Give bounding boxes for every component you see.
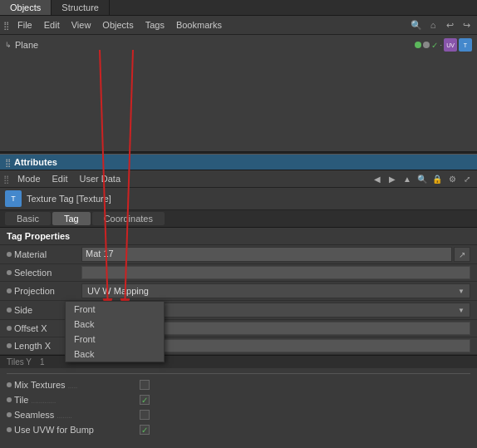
redo-icon[interactable]: ↪: [459, 17, 474, 32]
seamless-dots: ........: [57, 411, 71, 420]
objects-toolbar-right: 🔍 ⌂ ↩ ↪: [409, 17, 474, 32]
dropdown-item-front2[interactable]: Front: [66, 332, 164, 347]
prop-row-side: Side Front ▼ Front Back Front Back: [0, 301, 477, 320]
uvw-label: Use UVW for Bump: [7, 425, 140, 435]
selection-value: [81, 266, 470, 279]
texture-tag-label: Texture Tag [Texture]: [27, 194, 111, 204]
up-arrow-icon[interactable]: ▲: [401, 172, 414, 185]
mix-label: Mix Textures .....: [7, 380, 140, 390]
lock-icon[interactable]: 🔒: [430, 172, 444, 185]
selection-label: Selection: [7, 268, 81, 278]
material-label-text: Material: [14, 249, 47, 259]
material-value[interactable]: Mat 17: [81, 247, 452, 262]
objects-list: ↳ Plane ✓ · UV T: [0, 35, 477, 151]
projection-value: UV W Mapping: [87, 286, 149, 296]
attr-grid-icon2: ⣿: [3, 175, 9, 184]
selection-label-text: Selection: [14, 268, 52, 278]
objects-menu-bar: ⣿ File Edit View Objects Tags Bookmarks …: [0, 16, 477, 35]
menu-edit[interactable]: Edit: [39, 19, 65, 31]
lengthx-dot: [7, 343, 12, 348]
mix-dots: .....: [68, 381, 77, 390]
prop-row-selection: Selection: [0, 264, 477, 282]
tab-basic[interactable]: Basic: [5, 212, 51, 225]
expand-icon[interactable]: ⤢: [460, 172, 474, 185]
mix-text: Mix Textures: [14, 380, 66, 390]
projection-label-text: Projection: [14, 286, 55, 296]
undo-icon[interactable]: ↩: [442, 17, 457, 32]
selection-dot: [7, 270, 12, 275]
seamless-label: Seamless ........: [7, 410, 140, 420]
menu-tags[interactable]: Tags: [140, 19, 170, 31]
material-dot: [7, 252, 12, 257]
uvw-text: Use UVW for Bump: [14, 425, 94, 435]
menu-view[interactable]: View: [66, 19, 96, 31]
bottom-section: Mix Textures ..... Tile ............. Se…: [0, 368, 477, 439]
tag-properties-title: Tag Properties: [0, 228, 477, 245]
mix-dot: [7, 382, 12, 387]
attributes-panel: ⣿ Attributes ⣿ Mode Edit User Data ◀ ▶ ▲…: [0, 155, 477, 368]
attr-menu-bar: ⣿ Mode Edit User Data ◀ ▶ ▲ 🔍 🔒 ⚙ ⤢: [0, 170, 477, 188]
expand-arrow: ↳: [5, 41, 12, 49]
object-name: Plane: [15, 40, 38, 50]
material-input-wrapper: Mat 17 ↗: [81, 247, 470, 262]
side-dot: [7, 308, 12, 313]
projection-arrow: ▼: [458, 288, 465, 295]
offsetx-label-text: Offset X: [14, 323, 47, 333]
settings-icon[interactable]: ⚙: [445, 172, 459, 185]
dropdown-item-front1[interactable]: Front: [66, 302, 164, 317]
grid-icon: ⣿: [3, 21, 9, 30]
side-label-text: Side: [14, 305, 32, 315]
uv-tag-icon[interactable]: UV: [444, 38, 457, 52]
attr-menu-userdata[interactable]: User Data: [75, 173, 126, 185]
projection-label: Projection: [7, 286, 81, 296]
uvw-dot: [7, 427, 12, 432]
projection-select[interactable]: UV W Mapping ▼: [81, 283, 470, 298]
bottom-divider: [7, 373, 470, 374]
object-item-plane[interactable]: ↳ Plane ✓ · UV T: [2, 37, 475, 53]
tab-tag[interactable]: Tag: [52, 212, 91, 225]
tab-bar: Objects Structure: [0, 0, 477, 16]
search-icon[interactable]: 🔍: [409, 17, 424, 32]
prev-icon[interactable]: ◀: [371, 172, 384, 185]
projection-select-wrapper: UV W Mapping ▼: [81, 283, 470, 298]
check-icon: ✓: [431, 41, 438, 50]
tab-structure[interactable]: Structure: [52, 0, 110, 15]
material-pick-button[interactable]: ↗: [454, 247, 470, 262]
seamless-dot: [7, 412, 12, 417]
selection-input[interactable]: [81, 266, 470, 279]
menu-objects[interactable]: Objects: [97, 19, 138, 31]
texture-tag-icon: T: [5, 190, 22, 207]
tag-icons: UV T: [444, 38, 472, 52]
attr-grid-icon: ⣿: [5, 158, 11, 167]
check-row-tile: Tile .............: [0, 392, 477, 407]
tile-checkbox[interactable]: [140, 395, 150, 405]
home-icon[interactable]: ⌂: [425, 17, 440, 32]
tab-objects[interactable]: Objects: [0, 0, 52, 15]
object-status-icons: ✓ · UV T: [415, 38, 472, 52]
prop-row-material: Material Mat 17 ↗: [0, 245, 477, 264]
sub-tabs: Basic Tag Coordinates: [0, 210, 477, 228]
tab-coordinates[interactable]: Coordinates: [92, 212, 165, 225]
check-row-seamless: Seamless ........: [0, 407, 477, 422]
search-icon2[interactable]: 🔍: [416, 172, 429, 185]
tile-text: Tile: [14, 395, 28, 405]
attr-menu-mode[interactable]: Mode: [12, 173, 46, 185]
top-panel: Objects Structure ⣿ File Edit View Objec…: [0, 0, 477, 151]
uvw-checkbox[interactable]: [140, 425, 150, 435]
attr-menu-edit[interactable]: Edit: [47, 173, 73, 185]
lengthx-label-text: Length X: [14, 341, 51, 351]
dropdown-item-back1[interactable]: Back: [66, 317, 164, 332]
seamless-text: Seamless: [14, 410, 54, 420]
mix-checkbox[interactable]: [140, 380, 150, 390]
dot-icon: ·: [440, 41, 442, 49]
texture-tag-header: T Texture Tag [Texture]: [0, 188, 477, 210]
menu-bookmarks[interactable]: Bookmarks: [171, 19, 227, 31]
dropdown-item-back2[interactable]: Back: [66, 347, 164, 362]
tile-label: Tile .............: [7, 395, 140, 405]
menu-file[interactable]: File: [12, 19, 37, 31]
offsetx-dot: [7, 326, 12, 331]
tiles-value: 1: [40, 357, 45, 367]
tex-tag-icon[interactable]: T: [459, 38, 472, 52]
next-icon[interactable]: ▶: [386, 172, 399, 185]
seamless-checkbox[interactable]: [140, 410, 150, 420]
